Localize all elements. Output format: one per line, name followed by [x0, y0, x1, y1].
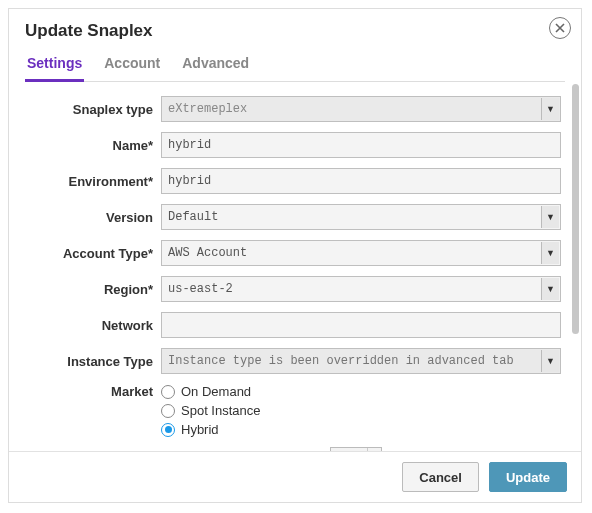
dialog-header: Update Snaplex Settings Account Advanced — [9, 9, 581, 82]
name-field[interactable] — [161, 132, 561, 158]
tab-account[interactable]: Account — [102, 51, 162, 82]
label-account-type: Account Type* — [19, 246, 161, 261]
snaplex-type-select[interactable] — [161, 96, 561, 122]
label-environment: Environment* — [19, 174, 161, 189]
version-select[interactable] — [161, 204, 561, 230]
label-instance-type: Instance Type — [19, 354, 161, 369]
radio-on-demand[interactable] — [161, 385, 175, 399]
label-name: Name* — [19, 138, 161, 153]
radio-label: On Demand — [181, 384, 251, 399]
form: Snaplex type ▼ Name* Environment* Versio… — [9, 82, 571, 451]
network-field[interactable] — [161, 312, 561, 338]
market-group: On Demand Spot Instance Hybrid % of On D… — [161, 384, 561, 451]
label-snaplex-type: Snaplex type — [19, 102, 161, 117]
radio-label: Hybrid — [181, 422, 219, 437]
dialog-title: Update Snaplex — [25, 21, 565, 41]
update-snaplex-dialog: Update Snaplex Settings Account Advanced… — [8, 8, 582, 503]
label-version: Version — [19, 210, 161, 225]
radio-hybrid[interactable] — [161, 423, 175, 437]
label-network: Network — [19, 318, 161, 333]
instance-type-select[interactable] — [161, 348, 561, 374]
dialog-body: Snaplex type ▼ Name* Environment* Versio… — [9, 82, 581, 451]
label-market: Market — [19, 384, 161, 399]
scrollbar-thumb[interactable] — [572, 84, 579, 334]
cancel-button[interactable]: Cancel — [402, 462, 479, 492]
radio-label: Spot Instance — [181, 403, 261, 418]
account-type-select[interactable] — [161, 240, 561, 266]
tab-advanced[interactable]: Advanced — [180, 51, 251, 82]
radio-spot-instance[interactable] — [161, 404, 175, 418]
dialog-footer: Cancel Update — [9, 451, 581, 502]
close-icon[interactable] — [549, 17, 571, 39]
region-select[interactable] — [161, 276, 561, 302]
tabs: Settings Account Advanced — [25, 51, 565, 82]
update-button[interactable]: Update — [489, 462, 567, 492]
tab-settings[interactable]: Settings — [25, 51, 84, 82]
environment-field[interactable] — [161, 168, 561, 194]
label-region: Region* — [19, 282, 161, 297]
scrollbar[interactable] — [571, 82, 581, 451]
